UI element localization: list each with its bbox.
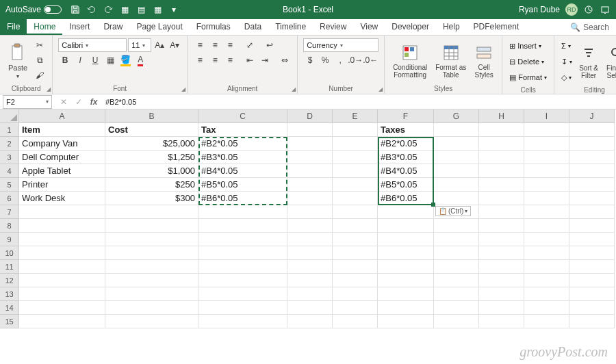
cell[interactable] (479, 151, 524, 164)
cell[interactable] (198, 219, 287, 233)
cell[interactable]: $25,000 (105, 137, 198, 151)
cell[interactable] (524, 260, 569, 274)
cell[interactable] (333, 219, 378, 233)
cell[interactable] (198, 246, 287, 260)
cell[interactable] (287, 192, 333, 205)
cell[interactable] (287, 301, 333, 315)
cell[interactable] (198, 260, 287, 274)
cell[interactable] (287, 287, 333, 301)
cell[interactable] (434, 123, 479, 137)
font-color-button[interactable]: A (133, 53, 147, 67)
cell[interactable] (524, 315, 569, 328)
cell[interactable] (434, 315, 479, 328)
cell[interactable] (479, 205, 524, 219)
cell[interactable] (569, 274, 615, 287)
cell[interactable] (434, 246, 479, 260)
bold-button[interactable]: B (58, 53, 72, 67)
tab-home[interactable]: Home (27, 19, 62, 35)
align-top-icon[interactable]: ≡ (193, 38, 207, 52)
row-header[interactable]: 8 (0, 219, 19, 233)
format-as-table-button[interactable]: Format as Table (433, 38, 469, 83)
cell[interactable] (19, 260, 105, 274)
row-header[interactable]: 3 (0, 151, 19, 164)
cell[interactable] (333, 205, 378, 219)
autosave-toggle[interactable]: AutoSave (5, 5, 62, 14)
cell[interactable] (524, 123, 569, 137)
cell[interactable] (287, 205, 333, 219)
cell[interactable]: $1,250 (105, 151, 198, 164)
cell[interactable] (105, 233, 198, 246)
column-header[interactable]: J (569, 109, 615, 123)
cell[interactable] (287, 137, 333, 151)
cell[interactable] (333, 246, 378, 260)
cell[interactable] (524, 274, 569, 287)
row-header[interactable]: 5 (0, 178, 19, 192)
cell[interactable] (479, 123, 524, 137)
cell[interactable]: Dell Computer (19, 151, 105, 164)
cell[interactable] (479, 164, 524, 178)
decrease-font-icon[interactable]: A▾ (168, 38, 181, 52)
cell[interactable]: Company Van (19, 137, 105, 151)
insert-cells-button[interactable]: ⊞Insert▾ (508, 38, 548, 53)
cell[interactable] (479, 192, 524, 205)
tab-draw[interactable]: Draw (97, 19, 129, 35)
cell[interactable] (333, 123, 378, 137)
cell[interactable] (479, 301, 524, 315)
qat-customize-icon[interactable]: ▾ (168, 4, 179, 15)
number-format-combo[interactable]: Currency▾ (303, 38, 378, 52)
tab-data[interactable]: Data (238, 19, 268, 35)
cell[interactable] (287, 274, 333, 287)
cell[interactable] (569, 164, 615, 178)
cell[interactable] (105, 301, 198, 315)
save-icon[interactable] (70, 4, 81, 15)
cell[interactable] (524, 233, 569, 246)
row-header[interactable]: 9 (0, 233, 19, 246)
cell[interactable]: Cost (105, 123, 198, 137)
cell[interactable]: #B5*0.05 (378, 178, 434, 192)
cell[interactable] (434, 233, 479, 246)
cell[interactable] (198, 315, 287, 328)
cell[interactable] (105, 260, 198, 274)
cell[interactable] (524, 137, 569, 151)
cell[interactable] (524, 301, 569, 315)
cell[interactable] (434, 219, 479, 233)
cell[interactable] (524, 192, 569, 205)
cell[interactable]: Tax (198, 123, 287, 137)
cell[interactable] (287, 246, 333, 260)
align-bottom-icon[interactable]: ≡ (223, 38, 237, 52)
increase-indent-icon[interactable]: ⇥ (258, 53, 272, 67)
cell[interactable]: Printer (19, 178, 105, 192)
cell[interactable] (434, 287, 479, 301)
cell[interactable] (105, 219, 198, 233)
align-center-icon[interactable]: ≡ (208, 53, 222, 67)
clear-button[interactable]: ◇▾ (560, 70, 574, 85)
cell[interactable] (524, 164, 569, 178)
format-painter-icon[interactable]: 🖌 (33, 68, 47, 82)
cell[interactable] (105, 315, 198, 328)
cell[interactable] (105, 274, 198, 287)
cell[interactable] (19, 205, 105, 219)
cell[interactable] (569, 287, 615, 301)
row-header[interactable]: 7 (0, 205, 19, 219)
launcher-icon[interactable]: ◢ (47, 86, 51, 92)
cell[interactable] (479, 219, 524, 233)
cell[interactable]: Taxes (378, 123, 434, 137)
tab-review[interactable]: Review (313, 19, 353, 35)
tab-view[interactable]: View (353, 19, 385, 35)
cell[interactable] (287, 151, 333, 164)
cell[interactable] (434, 178, 479, 192)
tab-page-layout[interactable]: Page Layout (129, 19, 189, 35)
cell[interactable] (524, 287, 569, 301)
cell[interactable] (333, 301, 378, 315)
cell[interactable] (479, 287, 524, 301)
row-header[interactable]: 13 (0, 287, 19, 301)
cell[interactable] (434, 151, 479, 164)
cell[interactable] (378, 315, 434, 328)
cell-styles-button[interactable]: Cell Styles (472, 38, 496, 83)
cell[interactable]: #B6*0.05 (198, 192, 287, 205)
cell[interactable] (569, 219, 615, 233)
currency-icon[interactable]: $ (303, 53, 317, 67)
select-all-corner[interactable] (0, 109, 19, 123)
border-button[interactable]: ▦ (103, 53, 117, 67)
comma-icon[interactable]: , (333, 53, 347, 67)
